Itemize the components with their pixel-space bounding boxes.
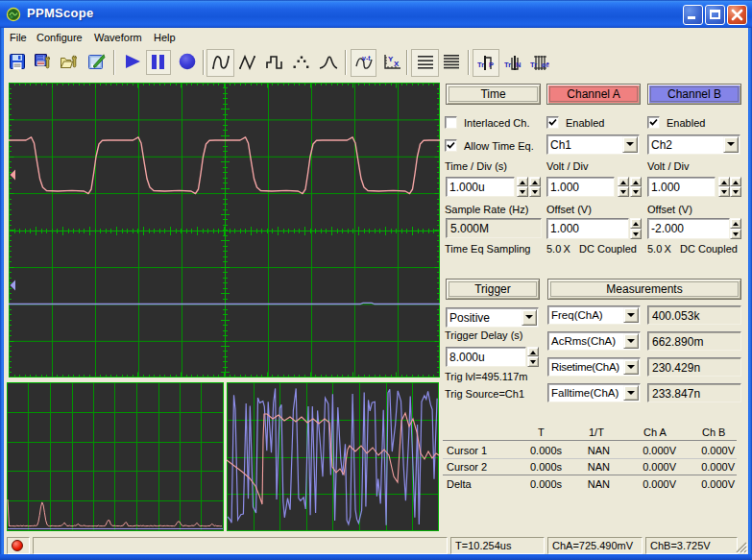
- svg-text:N: N: [516, 61, 521, 69]
- svg-text:Tr: Tr: [504, 61, 511, 69]
- svg-text:Tr: Tr: [477, 61, 484, 69]
- svg-text:Tr: Tr: [530, 61, 537, 69]
- svg-text:off: off: [542, 61, 549, 69]
- svg-text:X: X: [394, 60, 400, 68]
- svg-text:v-t: v-t: [362, 55, 371, 61]
- svg-text:P: P: [489, 61, 494, 69]
